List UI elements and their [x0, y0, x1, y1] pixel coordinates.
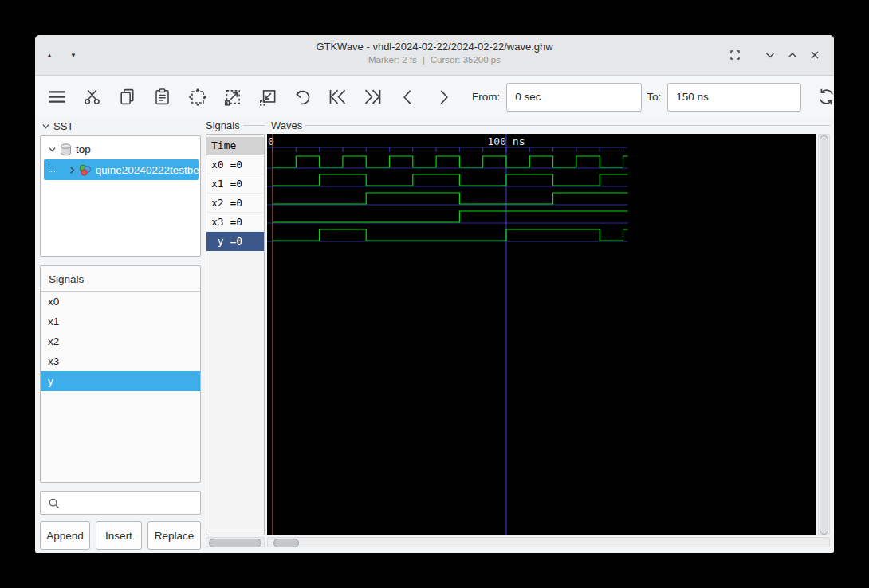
- signal-search-input[interactable]: [40, 491, 201, 515]
- tree-item-label: top: [76, 143, 91, 155]
- tree-connector: [49, 163, 55, 172]
- trace-names-panel: Time x0 =0x1 =0x2 =0x3 =0 y =0: [206, 134, 265, 535]
- chevron-right-icon: [433, 87, 454, 108]
- zoom-in-icon: [222, 87, 243, 108]
- to-input[interactable]: [667, 83, 801, 112]
- zoom-in-button[interactable]: [222, 86, 243, 108]
- sst-label: SST: [53, 120, 73, 132]
- window-title: GTKWave - vhdl-2024-02-22/2024-02-22/wav…: [195, 40, 674, 54]
- component-icon: [78, 163, 92, 177]
- signals-list-header: Signals: [41, 266, 200, 292]
- list-item[interactable]: x1: [41, 312, 200, 331]
- frame-line: [305, 125, 830, 126]
- replace-button[interactable]: Replace: [147, 521, 201, 550]
- scissors-icon: [82, 87, 102, 107]
- waves-hscrollbar[interactable]: [267, 537, 830, 547]
- trace-row[interactable]: x3 =0: [206, 213, 264, 232]
- chevron-up-icon: [785, 48, 800, 62]
- waves-vscrollbar[interactable]: [818, 134, 830, 535]
- tree-item-testbench[interactable]: quine20240222testbench: [44, 159, 199, 180]
- skip-to-end-icon: [362, 85, 383, 108]
- shade-up-icon[interactable]: ▲: [46, 52, 53, 59]
- from-label: From:: [472, 91, 500, 103]
- cut-button[interactable]: [81, 86, 103, 108]
- time-header[interactable]: Time: [206, 137, 264, 155]
- skip-to-start-icon: [327, 85, 348, 108]
- close-icon: [808, 48, 822, 62]
- fast-backward-button[interactable]: [327, 86, 348, 108]
- marker-status: Marker: 2 fs: [368, 55, 417, 65]
- gtkwave-window: ▲ ▼ GTKWave - vhdl-2024-02-22/2024-02-22…: [35, 35, 834, 553]
- copy-icon: [117, 87, 137, 107]
- chevron-down-icon: [41, 122, 50, 131]
- list-item[interactable]: y: [41, 371, 200, 391]
- zoom-fit-icon: [187, 87, 208, 108]
- trace-row[interactable]: x2 =0: [206, 194, 264, 213]
- cursor-status: Cursor: 35200 ps: [431, 55, 501, 65]
- close-button[interactable]: [804, 44, 826, 66]
- copy-button[interactable]: [116, 86, 138, 108]
- append-button[interactable]: Append: [40, 521, 90, 550]
- scrollbar-thumb[interactable]: [209, 539, 261, 547]
- sst-section-header[interactable]: SST: [41, 119, 198, 133]
- titlebar[interactable]: ▲ ▼ GTKWave - vhdl-2024-02-22/2024-02-22…: [35, 35, 834, 76]
- wave-canvas[interactable]: 0100 ns: [267, 134, 816, 535]
- fast-forward-button[interactable]: [362, 86, 383, 108]
- status-line: Marker: 2 fs|Cursor: 35200 ps: [195, 54, 674, 66]
- shade-down-icon[interactable]: ▼: [70, 52, 77, 59]
- expander-right-icon[interactable]: [68, 166, 77, 174]
- list-item[interactable]: x3: [41, 351, 200, 371]
- chevron-down-icon: [763, 48, 777, 62]
- search-icon: [47, 496, 61, 510]
- zoom-out-icon: [258, 87, 278, 108]
- reload-icon: [816, 86, 834, 108]
- minimize-button[interactable]: [759, 44, 781, 66]
- trace-row[interactable]: x0 =0: [206, 155, 264, 174]
- step-right-button[interactable]: [432, 86, 454, 108]
- from-input[interactable]: [506, 83, 642, 112]
- to-label: To:: [647, 91, 661, 103]
- signal-search-panel: Signals x0x1x2x3y: [40, 265, 201, 483]
- step-left-button[interactable]: [397, 86, 419, 108]
- list-item[interactable]: x0: [41, 292, 200, 312]
- waves-frame-label: Waves: [271, 120, 830, 131]
- waves-frame-text: Waves: [271, 120, 302, 131]
- insert-button[interactable]: Insert: [96, 521, 142, 550]
- chevron-left-icon: [398, 87, 419, 108]
- status-separator: |: [423, 55, 425, 65]
- signals-list: x0x1x2x3y: [41, 292, 200, 391]
- scrollbar-thumb[interactable]: [820, 135, 828, 535]
- zoom-fit-button[interactable]: [187, 86, 208, 108]
- hamburger-icon: [46, 86, 68, 108]
- toolbar: From: To:: [35, 76, 834, 118]
- clipboard-icon: [152, 87, 172, 107]
- database-icon: [60, 143, 72, 156]
- trace-rows: x0 =0x1 =0x2 =0x3 =0 y =0: [206, 155, 264, 251]
- tree-item-label: quine20240222testbench: [96, 164, 199, 176]
- undo-button[interactable]: [292, 86, 313, 108]
- paste-button[interactable]: [151, 86, 173, 108]
- tree-item-top[interactable]: top: [41, 139, 200, 159]
- trace-row[interactable]: x1 =0: [206, 174, 264, 194]
- zoom-out-button[interactable]: [257, 86, 278, 108]
- maximize-button[interactable]: [781, 44, 804, 66]
- trace-names-hscrollbar[interactable]: [206, 537, 265, 547]
- fullscreen-icon: [728, 48, 742, 62]
- undo-icon: [293, 87, 313, 108]
- signals-frame-label: Signals: [206, 120, 265, 131]
- signals-frame-text: Signals: [206, 120, 240, 131]
- signal-action-buttons: Append Insert Replace: [40, 521, 201, 550]
- menu-button[interactable]: [46, 86, 68, 108]
- expander-down-icon[interactable]: [45, 145, 58, 154]
- scrollbar-thumb[interactable]: [273, 539, 299, 547]
- sst-tree: top quine20240222testbench: [40, 135, 201, 257]
- reload-button[interactable]: [816, 86, 834, 108]
- fullscreen-button[interactable]: [724, 44, 746, 66]
- frame-line: [243, 125, 265, 126]
- trace-row[interactable]: y =0: [206, 232, 264, 251]
- list-item[interactable]: x2: [41, 331, 200, 351]
- svg-text:0: 0: [268, 135, 274, 147]
